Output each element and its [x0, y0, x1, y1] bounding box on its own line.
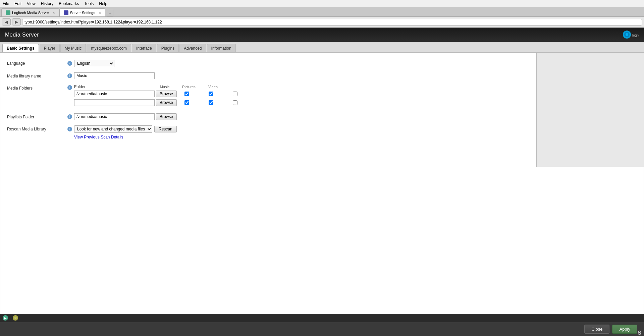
folder-row-1: Browse [74, 91, 243, 97]
language-select[interactable]: English French German Spanish [74, 60, 114, 67]
tab-advanced[interactable]: Advanced [179, 44, 206, 52]
browser-tab-lms-close[interactable]: × [53, 11, 55, 15]
apply-button[interactable]: Apply [612, 325, 637, 334]
browser-tab-lms[interactable]: Logitech Media Server × [1, 8, 59, 16]
browse-button-1[interactable]: Browse [156, 91, 177, 97]
server-tab-icon [64, 10, 68, 15]
menu-edit[interactable]: Edit [14, 1, 21, 6]
browser-tab-server-close[interactable]: × [99, 11, 101, 15]
tab-my-music[interactable]: My Music [60, 44, 86, 52]
media-library-name-label: Media library name [7, 72, 67, 78]
browser-tabs: Logitech Media Server × Server Settings … [0, 7, 644, 17]
app-title-text: Media Server [5, 32, 39, 38]
menu-file[interactable]: File [3, 1, 9, 6]
playlists-folder-label: Playlists Folder [7, 113, 67, 119]
menu-bookmarks[interactable]: Bookmarks [59, 1, 79, 6]
media-folders-section: i Folder Music Pictures Video B [67, 85, 243, 108]
address-bar[interactable] [22, 19, 642, 25]
tab-basic-settings[interactable]: Basic Settings [2, 44, 39, 52]
folder-1-pictures-checkbox-cell [203, 92, 219, 96]
browse-button-3[interactable]: Browse [156, 113, 177, 120]
rescan-media-library-label: Rescan Media Library [7, 125, 67, 131]
view-previous-scan-link[interactable]: View Previous Scan Details [74, 135, 123, 139]
rescan-inline: i Look for new and changed media files C… [67, 125, 177, 133]
language-control: i English French German Spanish [67, 60, 114, 67]
folder-col-label: Folder [74, 85, 155, 89]
music-col-header: Music [157, 85, 173, 89]
media-folders-label: Media Folders [7, 85, 67, 91]
media-folders-info-icon[interactable]: i [67, 85, 72, 90]
status-bar: ▶ ✕ [0, 314, 644, 322]
browser-menubar: File Edit View History Bookmarks Tools H… [0, 0, 644, 7]
folder-2-checkboxes [179, 100, 243, 105]
status-x-icon[interactable]: ✕ [13, 315, 18, 321]
folder-1-video-checkbox-cell [227, 92, 243, 96]
status-icon: ▶ [3, 315, 8, 321]
folder-1-video-checkbox[interactable] [233, 92, 237, 96]
media-library-name-input[interactable] [74, 72, 155, 79]
browser-tab-server[interactable]: Server Settings × [59, 8, 106, 16]
tab-information[interactable]: Information [207, 44, 236, 52]
rescan-info-icon[interactable]: i [67, 127, 72, 131]
menu-view[interactable]: View [27, 1, 36, 6]
browser-tab-server-label: Server Settings [70, 11, 95, 15]
app-window: Media Server logitech Basic Settings Pla… [0, 27, 644, 322]
folder-1-music-checkbox-cell [179, 92, 195, 96]
settings-content: Language i English French German Spanish… [0, 53, 644, 247]
menu-help[interactable]: Help [99, 1, 107, 6]
folder-row-2: Browse [74, 99, 243, 106]
browser-tab-lms-label: Logitech Media Server [12, 11, 49, 15]
folders-header: Folder Music Pictures Video [74, 85, 243, 89]
overlay-panel [536, 53, 644, 167]
close-button[interactable]: Close [584, 325, 609, 334]
new-tab-button[interactable]: + [107, 10, 113, 16]
playlists-folder-info-icon[interactable]: i [67, 114, 72, 119]
folder-1-pictures-checkbox[interactable] [209, 92, 213, 96]
video-col-header: Video [205, 85, 221, 89]
svg-point-2 [626, 33, 628, 36]
menu-tools[interactable]: Tools [84, 1, 94, 6]
tab-player[interactable]: Player [40, 44, 60, 52]
app-header: Media Server logitech [0, 28, 644, 42]
playlists-folder-control: i Browse [67, 113, 177, 120]
tab-interface[interactable]: Interface [132, 44, 156, 52]
rescan-control: i Look for new and changed media files C… [67, 125, 177, 139]
menu-history[interactable]: History [41, 1, 53, 6]
forward-button[interactable]: ▶ [12, 18, 21, 25]
language-info-icon[interactable]: i [67, 61, 72, 66]
playlists-folder-input[interactable] [74, 113, 155, 120]
folder-2-video-checkbox[interactable] [233, 100, 237, 105]
bottom-bar: Close Apply [0, 322, 644, 336]
settings-tabs: Basic Settings Player My Music mysqueeze… [0, 42, 644, 53]
app-title: Media Server [5, 32, 39, 38]
browser-toolbar: ◀ ▶ [0, 17, 644, 27]
browse-button-2[interactable]: Browse [156, 99, 177, 106]
rescan-button[interactable]: Rescan [154, 126, 177, 132]
pictures-col-header: Pictures [181, 85, 197, 89]
svg-text:logitech: logitech [632, 34, 639, 37]
folder-2-music-checkbox-cell [179, 100, 195, 105]
tab-plugins[interactable]: Plugins [157, 44, 179, 52]
back-button[interactable]: ◀ [2, 18, 11, 25]
folder-1-checkboxes [179, 92, 243, 96]
folders-table: Folder Music Pictures Video Browse [74, 85, 243, 108]
folder-2-pictures-checkbox[interactable] [209, 100, 213, 105]
folder-1-music-checkbox[interactable] [184, 92, 189, 96]
folder-input-1[interactable] [74, 91, 155, 97]
tab-mysqueezebox[interactable]: mysqueezebox.com [87, 44, 131, 52]
logitech-logo: logitech [622, 30, 639, 40]
rescan-select[interactable]: Look for new and changed media files Com… [74, 125, 152, 133]
media-type-cols: Music Pictures Video [157, 85, 221, 89]
folder-2-pictures-checkbox-cell [203, 100, 219, 105]
folder-input-2[interactable] [74, 99, 155, 106]
media-library-name-control: i [67, 72, 155, 79]
lms-tab-icon [6, 10, 10, 15]
language-label: Language [7, 60, 67, 66]
media-library-name-info-icon[interactable]: i [67, 73, 72, 78]
s-indicator: S [638, 330, 641, 336]
folder-2-music-checkbox[interactable] [184, 100, 189, 105]
folder-2-video-checkbox-cell [227, 100, 243, 105]
